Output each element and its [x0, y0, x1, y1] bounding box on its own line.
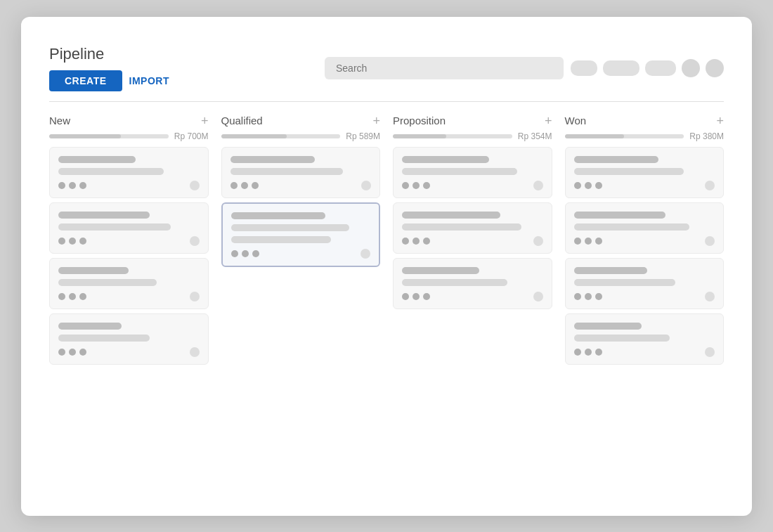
card-title-line — [402, 212, 500, 219]
card-avatar — [360, 249, 370, 259]
dot — [79, 349, 86, 356]
filter-pill-2[interactable] — [603, 60, 639, 76]
dot — [69, 293, 76, 300]
card-dots — [58, 182, 86, 189]
progress-bar-fill-proposition — [393, 134, 446, 138]
card[interactable] — [221, 147, 381, 198]
dot — [58, 182, 65, 189]
dot — [574, 293, 581, 300]
card[interactable] — [393, 202, 552, 254]
dot — [423, 238, 430, 245]
card-dots — [58, 349, 86, 356]
filter-pill-1[interactable] — [571, 60, 597, 76]
card-subtitle-line — [402, 223, 521, 231]
dot — [585, 182, 592, 189]
add-card-proposition-button[interactable]: + — [545, 115, 552, 127]
filter-pill-3[interactable] — [645, 60, 676, 76]
card[interactable] — [565, 202, 725, 254]
card[interactable] — [49, 147, 209, 198]
card-subtitle-line — [574, 279, 675, 286]
cards-won — [565, 147, 725, 369]
dot — [595, 293, 602, 300]
card-dots — [402, 293, 430, 300]
card[interactable] — [565, 258, 725, 309]
dot — [230, 182, 238, 189]
card-dots — [574, 293, 602, 300]
card[interactable] — [49, 202, 209, 254]
card-avatar — [190, 236, 200, 246]
column-qualified: Qualified + Rp 589M — [221, 115, 381, 369]
add-card-qualified-button[interactable]: + — [372, 115, 380, 127]
card-subtitle-line — [58, 168, 164, 175]
dot — [69, 238, 76, 245]
dot — [413, 182, 420, 189]
dot — [231, 250, 238, 257]
card[interactable] — [393, 258, 552, 309]
dot — [574, 349, 581, 356]
column-title-won: Won — [565, 115, 587, 126]
filter-pills — [571, 59, 724, 77]
column-amount-won: Rp 380M — [689, 131, 724, 141]
dot — [252, 250, 259, 257]
column-won: Won + Rp 380M — [565, 115, 725, 369]
dot — [79, 238, 86, 245]
card-title-line — [574, 212, 665, 219]
card-subtitle-line — [574, 335, 670, 342]
card[interactable] — [221, 202, 381, 267]
card-footer — [402, 236, 543, 246]
import-button[interactable]: IMPORT — [129, 75, 169, 86]
card-title-line — [402, 267, 479, 274]
column-amount-proposition: Rp 354M — [518, 131, 552, 141]
card-footer — [574, 347, 715, 357]
create-button[interactable]: CREATE — [49, 70, 122, 91]
card-subtitle-line — [574, 168, 684, 175]
card-avatar — [190, 181, 200, 190]
dot — [595, 349, 602, 356]
view-toggle-1[interactable] — [682, 59, 700, 77]
card-title-line — [574, 156, 658, 163]
dot — [595, 238, 602, 245]
card-dots — [58, 238, 86, 245]
card-subtitle-line — [402, 168, 517, 175]
card-dots — [574, 182, 602, 189]
card-title-line — [58, 212, 150, 219]
card-avatar — [533, 236, 543, 246]
dot — [79, 293, 86, 300]
card-avatar — [705, 292, 715, 301]
card[interactable] — [565, 147, 725, 198]
dot — [574, 238, 581, 245]
card-subtitle-line — [230, 168, 343, 175]
card-avatar — [533, 292, 543, 301]
dot — [423, 182, 430, 189]
card-avatar — [533, 181, 543, 190]
view-toggle-2[interactable] — [706, 59, 724, 77]
card-footer — [231, 249, 371, 259]
card[interactable] — [393, 147, 552, 198]
column-meta-new: Rp 700M — [49, 131, 209, 141]
dot — [58, 293, 65, 300]
card[interactable] — [49, 313, 209, 365]
card-subtitle-line — [58, 335, 150, 342]
search-input[interactable] — [325, 57, 564, 79]
card-dots — [574, 349, 602, 356]
card-avatar — [361, 181, 371, 190]
dot — [58, 349, 65, 356]
add-card-new-button[interactable]: + — [201, 115, 209, 127]
column-header-won: Won + — [565, 115, 725, 127]
toolbar: CREATE IMPORT — [49, 70, 169, 91]
card-subtitle-line — [58, 223, 171, 231]
card[interactable] — [565, 313, 725, 365]
add-card-won-button[interactable]: + — [716, 115, 724, 127]
kanban-board: New + Rp 700M — [49, 115, 724, 369]
progress-bar-fill-won — [565, 134, 625, 138]
progress-bar-bg-qualified — [221, 134, 341, 138]
card[interactable] — [49, 258, 209, 309]
card-dots — [58, 293, 86, 300]
card-footer — [402, 292, 543, 301]
column-amount-qualified: Rp 589M — [346, 131, 380, 141]
dot — [402, 238, 409, 245]
column-title-qualified: Qualified — [221, 115, 263, 126]
dot — [242, 250, 249, 257]
dot — [79, 182, 86, 189]
header-divider — [49, 101, 724, 102]
